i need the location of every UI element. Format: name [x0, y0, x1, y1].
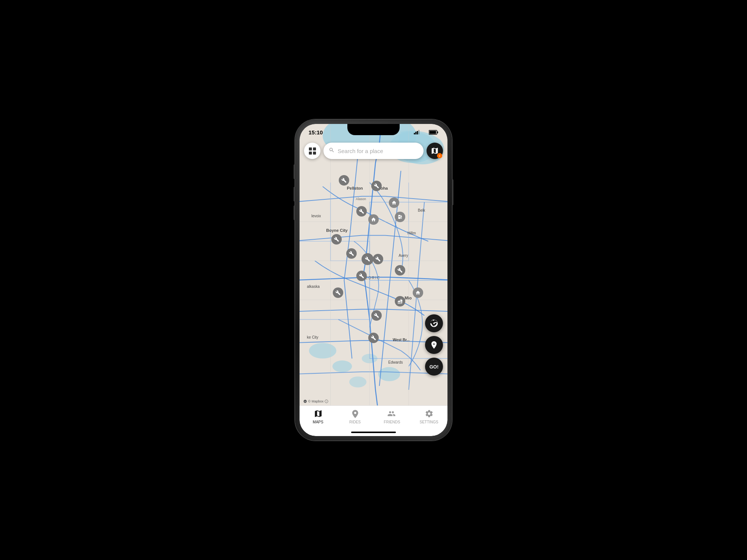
crosshair-icon — [430, 319, 438, 328]
rides-icon — [350, 409, 360, 419]
tab-settings-label: SETTINGS — [419, 420, 438, 424]
tab-rides[interactable]: RIDES — [337, 409, 374, 424]
map-pin-tool-center[interactable] — [362, 253, 374, 265]
crosshair-button[interactable] — [425, 314, 443, 332]
map-pin-tool-11[interactable] — [368, 333, 379, 343]
search-icon — [329, 147, 335, 155]
wifi-icon: ? — [422, 130, 427, 134]
search-placeholder: Search for a place — [338, 148, 383, 154]
map-pin-tool-1[interactable] — [339, 175, 349, 186]
tab-maps[interactable]: MAPS — [300, 409, 337, 424]
status-time: 15:10 — [309, 129, 323, 136]
mapbox-logo: M — [303, 399, 307, 403]
go-button[interactable]: GO! — [425, 358, 443, 376]
tab-settings[interactable]: SETTINGS — [410, 409, 447, 424]
status-icons: ? — [414, 130, 438, 135]
svg-text:?: ? — [422, 130, 424, 131]
map-area[interactable]: Pellston Aloha Boyne City levoix Avery H… — [300, 124, 447, 405]
go-label: GO! — [430, 364, 439, 370]
notch — [347, 124, 400, 135]
map-badge: i — [437, 153, 442, 158]
settings-icon — [424, 409, 434, 419]
mapbox-attribution: M © Mapbox i — [303, 399, 328, 403]
svg-text:M: M — [304, 401, 306, 402]
svg-rect-3 — [418, 130, 419, 134]
map-pin-fuel-1[interactable] — [395, 212, 405, 222]
svg-rect-6 — [437, 131, 438, 133]
compass-button[interactable]: N — [425, 336, 443, 354]
map-pin-tool-6[interactable] — [373, 254, 383, 264]
mapbox-text: © Mapbox — [308, 399, 323, 403]
tab-friends-label: FRIENDS — [384, 420, 400, 424]
signal-icon — [414, 130, 421, 134]
map-pin-home-1[interactable] — [389, 197, 399, 208]
phone-inner: 15:10 ? — [300, 124, 447, 436]
screen: 15:10 ? — [300, 124, 447, 436]
svg-rect-1 — [415, 132, 416, 134]
map-pin-tool-9[interactable] — [333, 287, 343, 298]
map-info-button[interactable]: i — [427, 143, 443, 159]
info-icon: i — [325, 399, 328, 403]
map-pin-tool-10[interactable] — [371, 310, 382, 321]
svg-rect-2 — [417, 131, 418, 134]
maps-icon — [313, 409, 323, 419]
svg-text:i: i — [326, 400, 327, 402]
right-controls: N GO! — [425, 314, 443, 376]
map-pin-home-3[interactable] — [413, 287, 423, 298]
map-pin-tool-2[interactable] — [371, 181, 382, 191]
map-pin-food-1[interactable] — [395, 296, 405, 307]
search-bar[interactable]: Search for a place — [323, 143, 424, 159]
map-pin-tool-7[interactable] — [395, 265, 405, 276]
map-pin-tool-4[interactable] — [331, 234, 342, 245]
friends-icon — [387, 409, 397, 419]
top-bar: Search for a place i — [304, 143, 443, 159]
svg-rect-7 — [430, 131, 436, 134]
svg-text:N: N — [433, 342, 435, 345]
phone-frame: 15:10 ? — [295, 119, 452, 441]
tab-friends[interactable]: FRIENDS — [374, 409, 410, 424]
svg-rect-0 — [414, 133, 415, 134]
menu-button[interactable] — [304, 143, 320, 159]
map-pin-tool-5[interactable] — [346, 248, 357, 259]
svg-point-22 — [433, 323, 435, 324]
compass-icon: N — [430, 340, 438, 349]
tab-maps-label: MAPS — [313, 420, 323, 424]
home-indicator — [351, 432, 396, 433]
map-pin-home-2[interactable] — [368, 214, 379, 225]
map-pin-tool-8[interactable] — [356, 271, 367, 281]
battery-icon — [429, 130, 438, 135]
tab-rides-label: RIDES — [349, 420, 361, 424]
map-pin-tool-3[interactable] — [356, 206, 367, 217]
menu-grid-icon — [309, 147, 316, 155]
